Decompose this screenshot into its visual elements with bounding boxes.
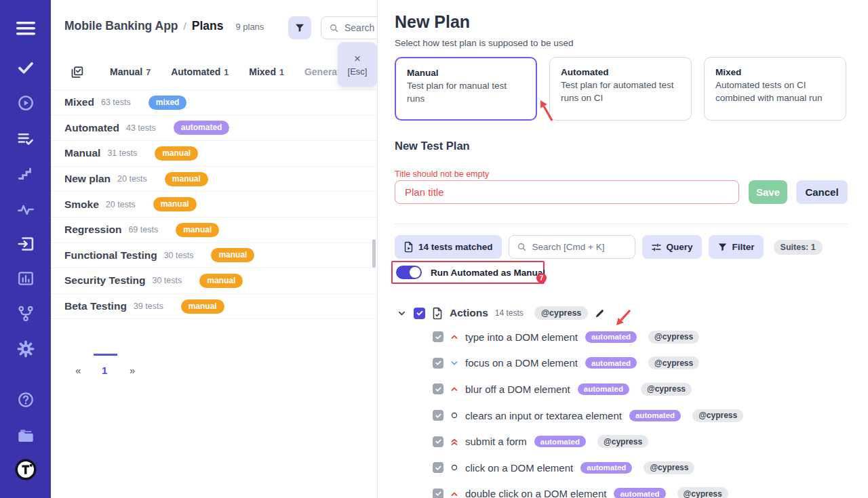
test-tag-badge[interactable]: @cypress — [648, 331, 699, 344]
plan-list-item[interactable]: Security Testing 30 tests manual — [51, 268, 378, 294]
plan-list-item[interactable]: Manual 31 tests manual — [51, 141, 378, 167]
save-button[interactable]: Save — [749, 180, 787, 204]
bar-chart-icon[interactable] — [17, 270, 35, 287]
plan-type-title: Manual — [407, 68, 525, 78]
folder-icon[interactable] — [16, 427, 36, 445]
test-checkbox[interactable] — [433, 331, 443, 342]
plans-list: Mixed 63 tests mixed Automated 43 tests … — [51, 89, 378, 319]
active-page-indicator — [94, 354, 117, 356]
test-tag-badge[interactable]: @cypress — [644, 461, 694, 474]
test-row[interactable]: clears an input or textarea element auto… — [433, 402, 860, 429]
plan-list-item[interactable]: Regression 69 tests manual — [51, 217, 378, 243]
suite-tag-badge[interactable]: @cypress — [534, 306, 588, 320]
tests-search[interactable] — [509, 235, 635, 259]
suites-count-badge: Suites: 1 — [774, 240, 823, 255]
sign-in-icon[interactable] — [16, 235, 35, 253]
priority-high-icon — [450, 489, 459, 498]
test-tag-badge[interactable]: @cypress — [641, 383, 692, 396]
plan-list-item[interactable]: New plan 20 tests manual — [51, 167, 378, 192]
plan-type-title: Automated — [561, 67, 680, 77]
file-check-icon — [432, 307, 443, 320]
filter-button[interactable]: Filter — [709, 235, 764, 259]
pagination-next[interactable]: » — [130, 365, 135, 376]
test-row[interactable]: focus on a DOM element automated @cypres… — [433, 350, 860, 377]
steps-icon[interactable] — [17, 165, 35, 183]
test-checkbox[interactable] — [433, 383, 443, 394]
test-tag-badge[interactable]: @cypress — [677, 487, 728, 498]
suite-name[interactable]: Actions — [450, 307, 488, 319]
test-row[interactable]: submit a form automated @cypress — [433, 428, 860, 455]
run-automated-toggle[interactable] — [396, 266, 422, 279]
tests-matched-button[interactable]: 14 tests matched — [395, 235, 502, 259]
test-checkbox[interactable] — [433, 489, 443, 498]
tests-search-input[interactable] — [532, 242, 627, 252]
test-checkbox[interactable] — [433, 410, 443, 421]
pagination-prev[interactable]: « — [75, 365, 81, 376]
plans-tab[interactable]: Automated 1 — [171, 66, 229, 77]
plan-type-badge: manual — [165, 172, 208, 186]
cancel-button[interactable]: Cancel — [796, 180, 848, 204]
plans-panel: Mobile Banking App / Plans 9 plans × [Es… — [51, 0, 378, 498]
plan-type-card[interactable]: Manual Test plan for manual test runs — [395, 57, 537, 121]
test-checkbox[interactable] — [433, 462, 443, 473]
plans-search-input[interactable] — [344, 22, 378, 33]
plan-list-item[interactable]: Functional Testing 30 tests manual — [51, 243, 378, 269]
plan-tests-count: 43 tests — [126, 123, 156, 133]
test-row[interactable]: click on a DOM element automated @cypres… — [433, 455, 860, 481]
help-icon[interactable] — [16, 391, 35, 409]
priority-low-icon — [450, 358, 459, 368]
gear-icon[interactable] — [16, 339, 35, 358]
test-tag-badge[interactable]: @cypress — [648, 356, 699, 369]
scrollbar-thumb[interactable] — [372, 239, 376, 268]
test-automated-badge: automated — [614, 488, 665, 498]
plan-name: Automated — [64, 122, 119, 134]
query-button[interactable]: Query — [642, 235, 702, 259]
test-title: double click on a DOM element — [465, 488, 606, 498]
plan-type-card[interactable]: Automated Test plan for automated test r… — [549, 57, 692, 121]
test-tag-badge[interactable]: @cypress — [692, 409, 743, 422]
batch-select-icon[interactable] — [70, 65, 84, 79]
test-row[interactable]: double click on a DOM element automated … — [433, 481, 860, 498]
test-checkbox[interactable] — [433, 358, 443, 369]
chevron-down-icon[interactable] — [397, 308, 407, 318]
breadcrumb-project[interactable]: Mobile Banking App — [64, 19, 178, 33]
list-check-icon[interactable] — [16, 130, 35, 148]
plans-filter-button[interactable] — [288, 16, 311, 39]
tests-toolbar: 14 tests matched Query Filter Suites: 1 — [395, 235, 823, 259]
test-automated-badge: automated — [578, 383, 629, 395]
testomat-logo[interactable] — [15, 459, 37, 480]
plan-type-card[interactable]: Mixed Automated tests on CI combined wit… — [704, 57, 846, 121]
branch-icon[interactable] — [16, 305, 35, 323]
menu-icon[interactable] — [16, 21, 35, 36]
pulse-icon[interactable] — [16, 201, 35, 219]
plans-search[interactable] — [321, 16, 378, 39]
plan-name: Smoke — [64, 199, 99, 211]
plan-list-item[interactable]: Smoke 20 tests manual — [51, 192, 378, 217]
plans-tab[interactable]: Mixed 1 — [249, 66, 284, 77]
suite-checkbox[interactable] — [414, 308, 425, 319]
test-row[interactable]: blur off a DOM element automated @cypres… — [433, 376, 860, 402]
play-circle-icon[interactable] — [16, 94, 35, 112]
priority-highest-icon — [450, 437, 459, 447]
check-icon[interactable] — [16, 59, 35, 77]
divider — [395, 224, 848, 224]
breadcrumb-separator: / — [184, 20, 186, 32]
file-play-icon — [403, 241, 414, 253]
test-automated-badge: automated — [534, 436, 586, 447]
close-esc-button[interactable]: × [Esc] — [338, 42, 377, 87]
plan-list-item[interactable]: Beta Testing 39 tests manual — [51, 294, 378, 320]
plan-tests-count: 20 tests — [117, 174, 147, 184]
test-checkbox[interactable] — [433, 436, 443, 447]
test-row[interactable]: type into a DOM element automated @cypre… — [433, 324, 860, 350]
edit-pencil-icon[interactable] — [595, 308, 605, 318]
breadcrumb-section[interactable]: Plans — [192, 19, 224, 33]
close-icon: × — [354, 53, 361, 64]
priority-normal-icon — [450, 411, 459, 420]
test-tag-badge[interactable]: @cypress — [597, 435, 648, 448]
plans-tab[interactable]: Manual 7 — [110, 66, 151, 77]
plan-title-input[interactable] — [395, 180, 739, 204]
pagination-page-1[interactable]: 1 — [102, 365, 107, 376]
plan-list-item[interactable]: Mixed 63 tests mixed — [51, 90, 378, 116]
plan-list-item[interactable]: Automated 43 tests automated — [51, 116, 378, 142]
plan-tests-count: 31 tests — [107, 148, 137, 158]
